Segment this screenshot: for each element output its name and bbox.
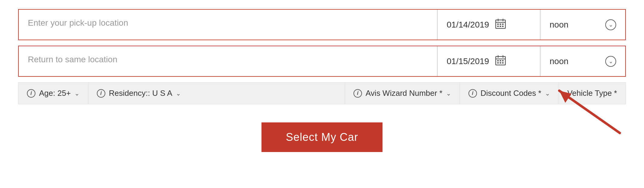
svg-rect-15 — [500, 60, 501, 61]
svg-rect-7 — [497, 26, 499, 27]
svg-rect-8 — [500, 26, 501, 27]
button-row: Select My Car — [18, 122, 626, 152]
age-info-icon: i — [27, 89, 35, 98]
svg-rect-9 — [502, 26, 504, 27]
return-time-chevron[interactable]: ⌄ — [605, 56, 616, 67]
pickup-location-field[interactable]: Enter your pick-up location — [19, 10, 438, 40]
residency-info-icon: i — [97, 89, 105, 98]
pickup-date-field[interactable]: 01/14/2019 — [438, 10, 540, 40]
svg-rect-6 — [502, 24, 504, 25]
select-car-button[interactable]: Select My Car — [261, 122, 382, 152]
return-date-value: 01/15/2019 — [447, 57, 489, 66]
svg-rect-4 — [497, 24, 499, 25]
wizard-label: Avis Wizard Number * — [366, 89, 442, 98]
svg-rect-5 — [500, 24, 501, 25]
return-calendar-icon — [495, 55, 506, 68]
return-row: Return to same location 01/15/2019 — [18, 46, 626, 77]
discount-option[interactable]: i Discount Codes * ⌄ — [460, 83, 559, 104]
discount-label: Discount Codes * — [481, 89, 541, 98]
age-chevron-icon: ⌄ — [74, 90, 80, 97]
age-label: Age: 25+ — [39, 89, 71, 98]
pickup-time-chevron[interactable]: ⌄ — [605, 19, 616, 30]
residency-chevron-icon: ⌄ — [176, 90, 181, 97]
return-location-field[interactable]: Return to same location — [19, 46, 438, 76]
wizard-info-icon: i — [353, 89, 362, 98]
discount-info-icon: i — [468, 89, 477, 98]
main-container: Enter your pick-up location 01/14/2019 — [0, 0, 644, 161]
pickup-date-value: 01/14/2019 — [447, 20, 489, 30]
vehicle-type-option[interactable]: Vehicle Type * — [559, 83, 626, 104]
return-time-value: noon — [550, 57, 568, 66]
age-option[interactable]: i Age: 25+ ⌄ — [18, 83, 88, 104]
pickup-row: Enter your pick-up location 01/14/2019 — [18, 9, 626, 40]
residency-label: Residency:: U S A — [109, 89, 172, 98]
pickup-calendar-icon — [495, 18, 506, 31]
pickup-location-placeholder: Enter your pick-up location — [28, 18, 128, 28]
svg-rect-17 — [497, 62, 499, 63]
svg-rect-16 — [502, 60, 504, 61]
svg-rect-14 — [497, 60, 499, 61]
return-date-field[interactable]: 01/15/2019 — [438, 46, 540, 76]
return-time-field[interactable]: noon ⌄ — [540, 46, 625, 76]
pickup-time-field[interactable]: noon ⌄ — [540, 10, 625, 40]
return-location-placeholder: Return to same location — [28, 55, 117, 64]
vehicle-type-label: Vehicle Type * — [567, 89, 617, 98]
options-row: i Age: 25+ ⌄ i Residency:: U S A ⌄ i Avi… — [18, 82, 626, 104]
svg-rect-18 — [500, 62, 501, 63]
wizard-chevron-icon: ⌄ — [446, 90, 451, 97]
svg-rect-19 — [502, 62, 504, 63]
wizard-option[interactable]: i Avis Wizard Number * ⌄ — [345, 83, 460, 104]
pickup-time-value: noon — [550, 20, 568, 30]
residency-option[interactable]: i Residency:: U S A ⌄ — [88, 83, 345, 104]
discount-chevron-icon: ⌄ — [545, 90, 550, 97]
